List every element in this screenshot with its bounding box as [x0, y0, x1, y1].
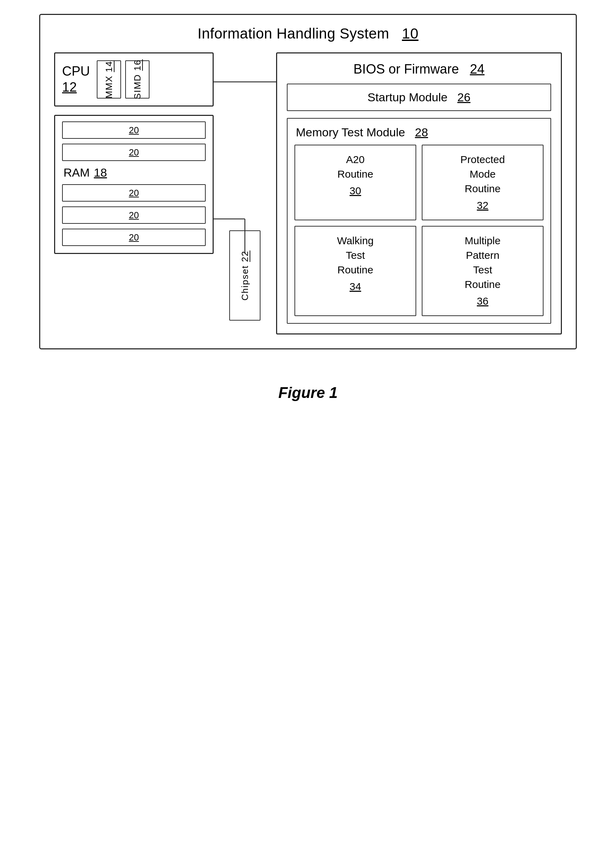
ram-slot-4: 20	[62, 207, 206, 224]
ram-slot-num-2: 20	[129, 147, 139, 158]
ram-number: 18	[94, 166, 107, 179]
diagram-inner: CPU 12 MMX 14 SIMD 16	[54, 52, 562, 334]
startup-module: Startup Module 26	[287, 84, 551, 111]
ram-label-area: RAM 18	[62, 166, 206, 179]
cpu-label: CPU 12	[62, 64, 90, 95]
cpu-modules: MMX 14 SIMD 16	[97, 61, 149, 98]
routine-protected-mode: ProtectedModeRoutine 32	[422, 145, 543, 220]
cpu-box: CPU 12 MMX 14 SIMD 16	[54, 52, 214, 107]
bios-box: BIOS or Firmware 24 Startup Module 26 Me…	[276, 52, 562, 334]
ram-slot-5: 20	[62, 228, 206, 246]
ram-slot-1: 20	[62, 121, 206, 139]
routine-walking-label: WalkingTestRoutine	[337, 235, 374, 275]
simd-module: SIMD 16	[125, 61, 149, 98]
memory-test-title: Memory Test Module 28	[295, 126, 543, 139]
ram-slot-num-3: 20	[129, 188, 139, 199]
chipset-label-text: Chipset 22	[240, 250, 250, 300]
mmx-module: MMX 14	[97, 61, 121, 98]
routine-multiple-number: 36	[428, 294, 537, 308]
startup-number: 26	[458, 90, 471, 104]
system-box: Information Handling System 10 CPU 12	[39, 14, 577, 350]
memory-test-box: Memory Test Module 28 A20Routine 30	[287, 118, 551, 324]
right-side: BIOS or Firmware 24 Startup Module 26 Me…	[276, 52, 562, 334]
ram-slot-num-1: 20	[129, 125, 139, 136]
ram-box: 20 20 RAM 18 20 20	[54, 115, 214, 254]
figure-caption: Figure 1	[278, 384, 337, 401]
bios-number: 24	[470, 62, 484, 76]
routine-a20-number: 30	[301, 183, 410, 198]
routine-protected-number: 32	[428, 198, 537, 213]
chipset-box: Chipset 22	[229, 230, 261, 320]
left-side: CPU 12 MMX 14 SIMD 16	[54, 52, 214, 254]
page-wrapper: Information Handling System 10 CPU 12	[21, 14, 595, 401]
cpu-number: 12	[62, 79, 90, 95]
simd-label: SIMD 16	[132, 59, 143, 99]
mmx-label: MMX 14	[104, 61, 115, 98]
memory-test-number: 28	[415, 126, 428, 139]
routine-walking-number: 34	[301, 279, 410, 294]
routine-protected-label: ProtectedModeRoutine	[460, 154, 505, 194]
routines-grid: A20Routine 30 ProtectedModeRoutine 32 Wa…	[295, 145, 543, 316]
middle-section: Chipset 22	[214, 52, 276, 334]
ram-slot-2: 20	[62, 144, 206, 161]
routine-walking-test: WalkingTestRoutine 34	[295, 226, 416, 316]
ram-slot-3: 20	[62, 184, 206, 202]
ram-label-text: RAM	[64, 166, 90, 179]
routine-multiple-pattern: MultiplePatternTestRoutine 36	[422, 226, 543, 316]
system-number: 10	[402, 25, 419, 42]
system-title: Information Handling System 10	[54, 25, 562, 42]
routine-a20-label: A20Routine	[337, 154, 373, 180]
ram-slot-num-5: 20	[129, 232, 139, 243]
cpu-label-area: CPU 12	[62, 64, 90, 95]
routine-a20: A20Routine 30	[295, 145, 416, 220]
system-title-text: Information Handling System	[198, 25, 389, 42]
bios-title: BIOS or Firmware 24	[287, 62, 551, 77]
routine-multiple-label: MultiplePatternTestRoutine	[465, 235, 501, 290]
ram-slot-num-4: 20	[129, 210, 139, 221]
